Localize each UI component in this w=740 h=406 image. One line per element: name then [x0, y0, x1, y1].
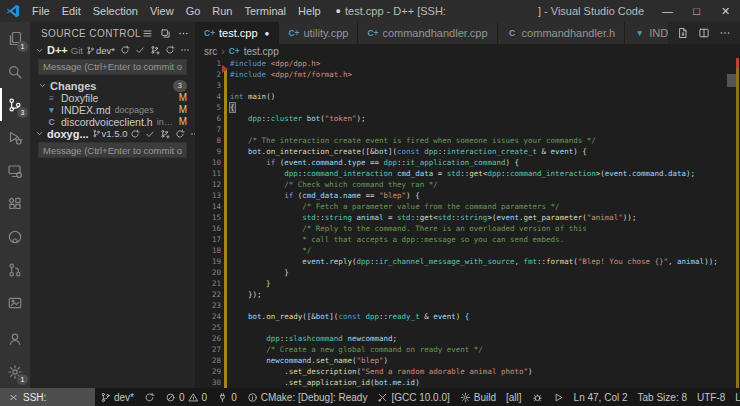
code-line[interactable]: 29 .set_description("Send a random adora…	[195, 366, 740, 377]
code-line[interactable]: 8 /* The interaction create event is fir…	[195, 135, 740, 146]
line-number[interactable]: 10	[195, 157, 221, 168]
line-number[interactable]: 1	[195, 58, 221, 69]
line-number[interactable]: 3	[195, 80, 221, 91]
code-line[interactable]: 11 dpp::command_interaction cmd_data = s…	[195, 168, 740, 179]
line-number[interactable]: 9	[195, 146, 221, 157]
activity-accounts[interactable]	[0, 322, 30, 355]
code-line[interactable]: 30 .set_application_id(bot.me.id)	[195, 377, 740, 388]
tab-utility-cpp[interactable]: C+utility.cpp	[279, 22, 358, 44]
code-line[interactable]: 7	[195, 124, 740, 135]
line-number[interactable]: 16	[195, 223, 221, 234]
activity-image-preview[interactable]	[0, 286, 30, 319]
view-as-list-icon[interactable]	[142, 28, 153, 39]
tab-INDEX-md[interactable]: ▼INDEX.mdM	[625, 22, 668, 44]
code-line[interactable]: 18 */	[195, 245, 740, 256]
code-line[interactable]: 6 dpp::cluster bot("token");	[195, 113, 740, 124]
activity-extensions[interactable]	[0, 187, 30, 220]
line-number[interactable]: 14	[195, 201, 221, 212]
line-number[interactable]: 25	[195, 322, 221, 333]
tab-commandhandler-cpp[interactable]: C+commandhandler.cpp	[358, 22, 497, 44]
line-number[interactable]: 27	[195, 344, 221, 355]
code-line[interactable]: 3	[195, 80, 740, 91]
code-line[interactable]: 25	[195, 322, 740, 333]
line-number[interactable]: 5	[195, 102, 221, 113]
maximize-button[interactable]: □	[682, 0, 711, 22]
line-number[interactable]: 6	[195, 113, 221, 124]
status-eol[interactable]: LF	[730, 388, 740, 406]
line-number[interactable]: 24	[195, 311, 221, 322]
code-line[interactable]: 21 }	[195, 278, 740, 289]
status-git-branch[interactable]: dev*	[95, 388, 139, 406]
menu-run[interactable]: Run	[206, 0, 238, 22]
menu-go[interactable]: Go	[180, 0, 207, 22]
branch-plus-icon[interactable]	[150, 45, 160, 55]
code-line[interactable]: 27 /* Create a new global command on rea…	[195, 344, 740, 355]
repo-header-0[interactable]: D++Gitdev*	[30, 44, 195, 56]
status-cmake-kit[interactable]: [GCC 10.0.0]	[372, 388, 454, 406]
code-line[interactable]: 5{	[195, 102, 740, 113]
code-line[interactable]: 12 /* Check which command they ran */	[195, 179, 740, 190]
open-changes-icon[interactable]	[677, 27, 689, 39]
chevron-down-icon[interactable]	[35, 46, 44, 55]
tab-test-cpp[interactable]: C+test.cpp●	[195, 22, 279, 44]
commit-icon[interactable]	[145, 129, 155, 139]
scrollbar-thumb[interactable]	[727, 74, 736, 87]
commit-message-input[interactable]	[38, 142, 187, 158]
status-ports[interactable]: 0	[212, 388, 242, 406]
status-cmake-launch[interactable]	[548, 388, 569, 406]
menu-edit[interactable]: Edit	[56, 0, 87, 22]
repo-branch[interactable]: v1.5.0	[92, 128, 128, 139]
line-number[interactable]: 22	[195, 289, 221, 300]
close-button[interactable]: ✕	[711, 0, 740, 22]
activity-remote-explorer[interactable]	[0, 154, 30, 187]
line-number[interactable]: 29	[195, 366, 221, 377]
line-number[interactable]: 17	[195, 234, 221, 245]
code-line[interactable]: 17 * call that accepts a dpp::message so…	[195, 234, 740, 245]
status-indentation[interactable]: Tab Size: 8	[633, 388, 692, 406]
changed-file-row[interactable]: ▼INDEX.mddocpagesM	[30, 104, 195, 116]
more-actions-icon[interactable]	[719, 27, 731, 39]
code-line[interactable]: 24 bot.on_ready([&bot](const dpp::ready_…	[195, 311, 740, 322]
status-problems[interactable]: 00	[160, 388, 212, 406]
menu-view[interactable]: View	[144, 0, 180, 22]
status-cmake-status[interactable]: CMake: [Debug]: Ready	[242, 388, 373, 406]
tab-dirty-indicator[interactable]: ●	[265, 29, 270, 38]
status-cmake-build[interactable]: Build	[455, 388, 501, 406]
code-editor[interactable]: 1#include <dpp/dpp.h>2#include <dpp/fmt/…	[195, 58, 740, 388]
line-number[interactable]: 26	[195, 333, 221, 344]
activity-explorer[interactable]: 1	[0, 22, 30, 55]
line-number[interactable]: 28	[195, 355, 221, 366]
code-line[interactable]: 19 event.reply(dpp::ir_channel_message_w…	[195, 256, 740, 267]
changed-file-row[interactable]: Cdiscordvoiceclient.hinclude/d...M	[30, 116, 195, 128]
changes-section-header[interactable]: Changes3	[30, 80, 195, 92]
line-number[interactable]: 18	[195, 245, 221, 256]
status-cmake-debug[interactable]	[527, 388, 548, 406]
line-number[interactable]: 4	[195, 91, 221, 102]
refresh-icon[interactable]	[130, 129, 140, 139]
line-number[interactable]: 15	[195, 212, 221, 223]
activity-github[interactable]	[0, 220, 30, 253]
commit-message-input[interactable]	[38, 59, 187, 75]
code-line[interactable]: 4int main()	[195, 91, 740, 102]
line-number[interactable]: 19	[195, 256, 221, 267]
more-views-icon[interactable]	[160, 28, 171, 39]
line-number[interactable]: 11	[195, 168, 221, 179]
repo-branch[interactable]: dev*	[86, 45, 115, 56]
sync-icon[interactable]	[165, 45, 175, 55]
changed-file-row[interactable]: ≡DoxyfileM	[30, 92, 195, 104]
more-actions-icon[interactable]	[180, 45, 190, 55]
code-line[interactable]: 14 /* Fetch a parameter value from the c…	[195, 201, 740, 212]
activity-settings[interactable]: 1	[0, 355, 30, 388]
code-line[interactable]: 16 /* Reply to the command. There is an …	[195, 223, 740, 234]
split-editor-icon[interactable]	[698, 27, 710, 39]
commit-icon[interactable]	[135, 45, 145, 55]
line-number[interactable]: 8	[195, 135, 221, 146]
sync-icon[interactable]	[175, 129, 185, 139]
code-line[interactable]: 23	[195, 300, 740, 311]
status-sync[interactable]	[139, 388, 160, 406]
breadcrumb-item[interactable]: src	[204, 46, 217, 57]
chevron-down-icon[interactable]	[38, 81, 47, 90]
line-number[interactable]: 21	[195, 278, 221, 289]
repo-header-1[interactable]: doxyg...v1.5.0	[30, 128, 195, 140]
activity-run-debug[interactable]	[0, 121, 30, 154]
